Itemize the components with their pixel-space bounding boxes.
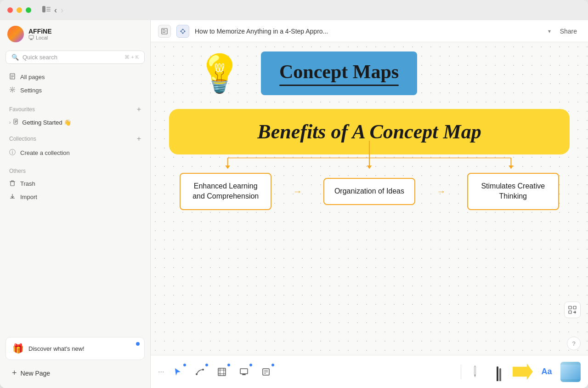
toolbar-drawing-tools: Aa bbox=[465, 362, 581, 382]
sidebar-toggle-icon[interactable] bbox=[42, 6, 51, 14]
svg-marker-30 bbox=[225, 165, 230, 169]
svg-rect-20 bbox=[163, 32, 165, 33]
info-icon: ⓘ bbox=[9, 148, 16, 157]
svg-rect-46 bbox=[242, 374, 246, 375]
concept-maps-underline bbox=[279, 85, 399, 86]
pencil-tool[interactable] bbox=[465, 362, 485, 382]
sidebar-item-all-pages[interactable]: All pages bbox=[6, 70, 145, 84]
svg-point-39 bbox=[202, 369, 204, 371]
present-tool[interactable] bbox=[234, 362, 254, 382]
svg-rect-2 bbox=[46, 9, 51, 10]
flow-diagram: Enhanced Learning and Comprehension → Or… bbox=[169, 164, 570, 219]
import-label: Import bbox=[20, 194, 37, 200]
discover-label: Discover what's new! bbox=[28, 345, 85, 352]
note-tool[interactable] bbox=[256, 362, 276, 382]
workspace-avatar bbox=[7, 26, 24, 42]
svg-point-53 bbox=[475, 365, 476, 367]
title-chevron-icon[interactable]: ▾ bbox=[548, 28, 551, 34]
favourites-add-button[interactable]: + bbox=[137, 105, 141, 114]
collections-add-button[interactable]: + bbox=[137, 135, 141, 143]
select-tool[interactable] bbox=[168, 362, 188, 382]
svg-rect-1 bbox=[46, 7, 51, 8]
sidebar-item-import[interactable]: Import bbox=[6, 190, 145, 204]
sidebar: AFFiNE Local 🔍 Quick search ⌘ + K bbox=[0, 20, 151, 388]
settings-icon bbox=[9, 86, 16, 94]
discover-card[interactable]: 🎁 Discover what's new! bbox=[6, 337, 145, 360]
curve-tool-badge bbox=[205, 364, 208, 366]
bottom-toolbar: ··· bbox=[151, 355, 588, 388]
sidebar-item-trash[interactable]: Trash bbox=[6, 177, 145, 190]
svg-point-38 bbox=[196, 373, 198, 375]
gift-icon: 🎁 bbox=[12, 343, 24, 354]
benefits-title: Benefits of A Concept Map bbox=[187, 120, 551, 143]
maximize-button[interactable] bbox=[26, 7, 31, 13]
concept-maps-box: Concept Maps bbox=[261, 51, 417, 95]
svg-marker-31 bbox=[367, 165, 372, 169]
titlebar: ‹ › bbox=[0, 0, 588, 20]
lightbulb-emoji: 💡 bbox=[197, 55, 243, 92]
monitor-icon bbox=[28, 35, 34, 40]
favourites-section: Favourites + › Getting Started 👋 bbox=[0, 101, 150, 130]
new-page-button[interactable]: + New Page bbox=[6, 364, 145, 382]
svg-rect-13 bbox=[15, 120, 17, 121]
svg-rect-15 bbox=[15, 122, 16, 123]
select-tool-badge bbox=[183, 364, 186, 366]
forward-arrow[interactable]: › bbox=[61, 6, 63, 15]
search-bar[interactable]: 🔍 Quick search ⌘ + K bbox=[6, 51, 145, 64]
workspace-name: AFFiNE bbox=[28, 28, 52, 35]
grid-add-button[interactable] bbox=[564, 302, 581, 318]
pages-icon bbox=[9, 73, 16, 81]
frame-tool[interactable] bbox=[212, 362, 232, 382]
chevron-right-icon: › bbox=[9, 120, 11, 125]
main-content: How to Memorize Anything in a 4-Step App… bbox=[151, 20, 588, 388]
text-tool[interactable]: Aa bbox=[537, 362, 557, 382]
collections-title: Collections bbox=[9, 136, 36, 142]
svg-marker-32 bbox=[509, 165, 514, 169]
note-tool-badge bbox=[271, 364, 274, 366]
help-button[interactable]: ? bbox=[567, 337, 581, 350]
favourites-header: Favourites + bbox=[6, 103, 145, 116]
curve-tool[interactable] bbox=[190, 362, 210, 382]
collections-section: Collections + ⓘ Create a collection bbox=[0, 130, 150, 161]
toolbar-tools bbox=[168, 362, 457, 382]
svg-rect-16 bbox=[11, 182, 14, 186]
sidebar-item-settings[interactable]: Settings bbox=[6, 84, 145, 97]
document-title: How to Memorize Anything in a 4-Step App… bbox=[195, 28, 543, 35]
svg-rect-51 bbox=[474, 366, 476, 375]
svg-rect-40 bbox=[218, 368, 226, 376]
others-section: Others Trash bbox=[0, 163, 150, 205]
canvas-tools bbox=[564, 302, 581, 318]
plus-icon: + bbox=[12, 368, 17, 378]
toolbar-more-icon[interactable]: ··· bbox=[158, 368, 164, 376]
pen-tool[interactable] bbox=[489, 362, 509, 382]
svg-rect-9 bbox=[11, 76, 14, 77]
svg-rect-18 bbox=[163, 29, 165, 30]
workspace-type: Local bbox=[28, 35, 52, 40]
favourites-title: Favourites bbox=[9, 106, 35, 113]
concept-maps-title: Concept Maps bbox=[279, 61, 399, 83]
trash-icon bbox=[9, 180, 16, 188]
share-button[interactable]: Share bbox=[556, 26, 581, 37]
svg-point-11 bbox=[11, 89, 13, 91]
import-icon bbox=[9, 193, 16, 201]
back-arrow[interactable]: ‹ bbox=[54, 6, 57, 15]
minimize-button[interactable] bbox=[17, 7, 22, 13]
concept-map: 💡 Concept Maps Benefits of A Concept Map bbox=[169, 51, 570, 219]
close-button[interactable] bbox=[7, 7, 13, 13]
trash-label: Trash bbox=[20, 180, 35, 187]
svg-rect-37 bbox=[573, 312, 576, 313]
sidebar-item-getting-started[interactable]: › Getting Started 👋 bbox=[6, 116, 145, 128]
frame-tool-badge bbox=[227, 364, 230, 366]
edgeless-mode-button[interactable] bbox=[176, 25, 189, 38]
shape-tool[interactable] bbox=[513, 362, 533, 382]
svg-rect-10 bbox=[11, 78, 13, 78]
canvas-area[interactable]: 💡 Concept Maps Benefits of A Concept Map bbox=[151, 42, 588, 355]
create-collection-button[interactable]: ⓘ Create a collection bbox=[6, 146, 145, 160]
collections-header: Collections + bbox=[6, 132, 145, 146]
doc-mode-button[interactable] bbox=[158, 25, 171, 38]
top-row: 💡 Concept Maps bbox=[169, 51, 570, 95]
media-tool[interactable] bbox=[560, 362, 581, 382]
topbar: How to Memorize Anything in a 4-Step App… bbox=[151, 20, 588, 42]
svg-marker-52 bbox=[474, 375, 476, 377]
create-collection-label: Create a collection bbox=[20, 149, 70, 156]
